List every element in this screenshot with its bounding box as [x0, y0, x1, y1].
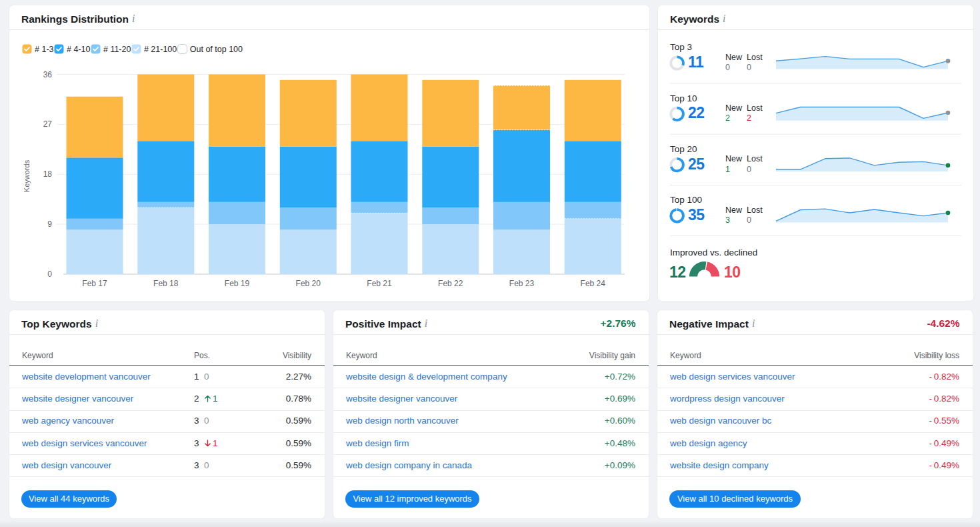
svg-text:36: 36	[43, 70, 53, 79]
svg-text:Feb 22: Feb 22	[438, 279, 463, 288]
svg-text:0: 0	[47, 270, 52, 279]
svg-text:Feb 19: Feb 19	[225, 279, 250, 288]
svg-text:18: 18	[43, 169, 53, 179]
svg-text:27: 27	[43, 119, 53, 129]
svg-text:Keywords: Keywords	[23, 159, 31, 192]
svg-text:Feb 20: Feb 20	[296, 279, 321, 288]
svg-text:Feb 17: Feb 17	[82, 279, 107, 288]
svg-text:Feb 24: Feb 24	[581, 279, 606, 288]
svg-text:Feb 23: Feb 23	[509, 279, 535, 288]
svg-text:Feb 21: Feb 21	[367, 279, 392, 288]
svg-text:Feb 18: Feb 18	[153, 279, 179, 288]
svg-text:9: 9	[47, 219, 52, 229]
